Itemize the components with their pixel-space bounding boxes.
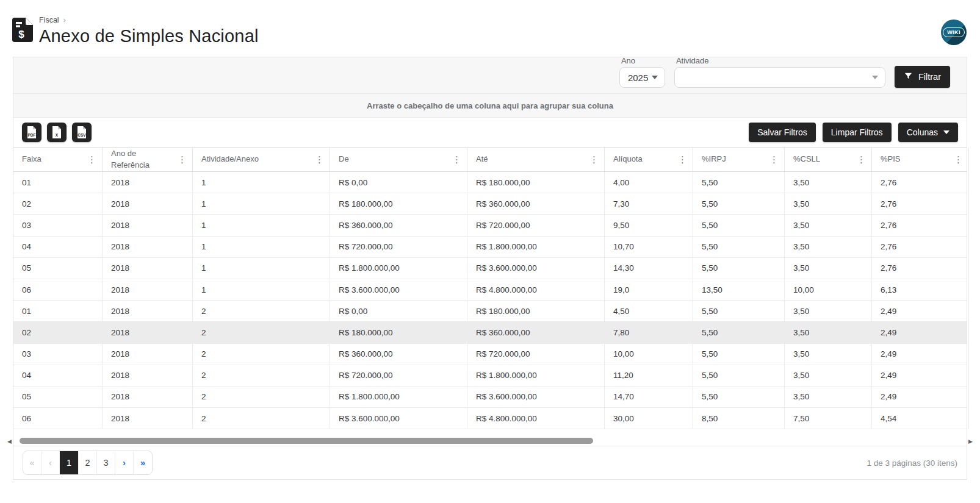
cell-al-quota: 14,30 [605, 258, 693, 279]
table-row[interactable]: 0420181R$ 720.000,00R$ 1.800.000,0010,70… [13, 237, 967, 258]
column-header-de[interactable]: De⋮ [330, 148, 467, 171]
cell-ano-de-refer-ncia: 2018 [103, 172, 193, 193]
column-menu-icon[interactable]: ⋮ [678, 153, 687, 166]
table-row[interactable]: 0120181R$ 0,00R$ 180.000,004,005,503,502… [13, 172, 967, 193]
limpar-filtros-button[interactable]: Limpar Filtros [823, 123, 892, 142]
cell-al-quota: 7,80 [605, 322, 693, 343]
cell-csll: 3,50 [785, 344, 872, 365]
salvar-filtros-button[interactable]: Salvar Filtros [749, 123, 816, 142]
column-header-faixa[interactable]: Faixa⋮ [13, 148, 103, 171]
chevron-down-icon [872, 76, 878, 79]
cell-atividade-anexo: 2 [193, 408, 330, 429]
cell-ano-de-refer-ncia: 2018 [103, 193, 193, 214]
scroll-left-arrow-icon[interactable]: ◀ [7, 439, 12, 444]
cell-pis: 2,49 [872, 301, 969, 321]
column-menu-icon[interactable]: ⋮ [857, 153, 866, 166]
table-row[interactable]: 0520181R$ 1.800.000,00R$ 3.600.000,0014,… [13, 258, 967, 279]
cell-at: R$ 720.000,00 [467, 215, 605, 235]
table-row[interactable]: 0620181R$ 3.600.000,00R$ 4.800.000,0019,… [13, 279, 967, 301]
cell-ano-de-refer-ncia: 2018 [103, 279, 193, 300]
column-header-at[interactable]: Até⋮ [467, 148, 605, 171]
column-label: Atividade/Anexo [201, 154, 259, 165]
cell-ano-de-refer-ncia: 2018 [103, 387, 193, 407]
cell-de: R$ 360.000,00 [330, 344, 467, 365]
column-group-drop-zone[interactable]: Arraste o cabeçalho de uma coluna aqui p… [13, 94, 967, 118]
cell-at: R$ 3.600.000,00 [467, 258, 605, 279]
scroll-right-arrow-icon[interactable]: ▶ [968, 439, 973, 444]
cell-atividade-anexo: 1 [193, 237, 330, 257]
cell-ano-de-refer-ncia: 2018 [103, 365, 193, 386]
page-3-button[interactable]: 3 [97, 451, 115, 474]
cell-de: R$ 180.000,00 [330, 193, 467, 214]
cell-faixa: 02 [13, 322, 103, 343]
cell-csll: 7,50 [785, 408, 872, 429]
cell-atividade-anexo: 2 [193, 301, 330, 321]
table-row[interactable]: 0320181R$ 360.000,00R$ 720.000,009,505,5… [13, 215, 967, 236]
colunas-button[interactable]: Colunas [898, 123, 958, 142]
atividade-select[interactable] [674, 67, 885, 88]
cell-al-quota: 19,0 [605, 279, 693, 300]
page-title: Anexo de Simples Nacional [39, 26, 259, 46]
column-label: Ano de Referência [111, 148, 175, 171]
first-page-button: « [23, 451, 41, 474]
horizontal-scrollbar[interactable]: ◀ ▶ [4, 429, 976, 446]
cell-faixa: 05 [13, 258, 103, 279]
column-menu-icon[interactable]: ⋮ [178, 153, 187, 166]
column-header-irpj[interactable]: %IRPJ⋮ [693, 148, 785, 171]
table-row[interactable]: 0220181R$ 180.000,00R$ 360.000,007,305,5… [13, 193, 967, 215]
table-row[interactable]: 0320182R$ 360.000,00R$ 720.000,0010,005,… [13, 344, 967, 365]
column-header-csll[interactable]: %CSLL⋮ [785, 148, 872, 171]
table-row[interactable]: 0420182R$ 720.000,00R$ 1.800.000,0011,20… [13, 365, 967, 387]
page-2-button[interactable]: 2 [79, 451, 97, 474]
table-row[interactable]: 0220182R$ 180.000,00R$ 360.000,007,805,5… [13, 322, 967, 343]
cell-faixa: 06 [13, 279, 103, 300]
cell-faixa: 01 [13, 172, 103, 193]
table-row[interactable]: 0520182R$ 1.800.000,00R$ 3.600.000,0014,… [13, 387, 967, 408]
cell-atividade-anexo: 1 [193, 258, 330, 279]
column-menu-icon[interactable]: ⋮ [87, 153, 96, 166]
cell-irpj: 5,50 [693, 387, 785, 407]
breadcrumb-fiscal-link[interactable]: Fiscal [39, 16, 59, 24]
cell-atividade-anexo: 1 [193, 279, 330, 300]
cell-al-quota: 4,00 [605, 172, 693, 193]
export-xls-button[interactable]: X [47, 123, 67, 142]
cell-atividade-anexo: 2 [193, 365, 330, 386]
cell-faixa: 01 [13, 301, 103, 321]
column-label: %IRPJ [702, 154, 726, 165]
column-header-ano-de-refer-ncia[interactable]: Ano de Referência⋮ [103, 148, 193, 171]
filtrar-button[interactable]: Filtrar [895, 66, 950, 88]
cell-de: R$ 3.600.000,00 [330, 279, 467, 300]
svg-text:$: $ [18, 29, 24, 40]
column-menu-icon[interactable]: ⋮ [452, 153, 461, 166]
cell-ano-de-refer-ncia: 2018 [103, 322, 193, 343]
export-pdf-button[interactable]: PDF [22, 123, 41, 142]
cell-pis: 2,76 [872, 193, 969, 214]
scrollbar-thumb[interactable] [20, 438, 593, 444]
svg-text:X: X [56, 133, 59, 137]
cell-at: R$ 360.000,00 [467, 322, 605, 343]
cell-csll: 3,50 [785, 258, 872, 279]
ano-select[interactable]: 2025 [619, 67, 665, 88]
column-menu-icon[interactable]: ⋮ [315, 153, 324, 166]
column-header-al-quota[interactable]: Alíquota⋮ [605, 148, 693, 171]
cell-csll: 3,50 [785, 172, 872, 193]
table-row[interactable]: 0120182R$ 0,00R$ 180.000,004,505,503,502… [13, 301, 967, 322]
last-page-button[interactable]: » [134, 451, 152, 474]
page-1-button[interactable]: 1 [60, 451, 79, 474]
cell-ano-de-refer-ncia: 2018 [103, 301, 193, 321]
column-menu-icon[interactable]: ⋮ [954, 153, 963, 166]
column-menu-icon[interactable]: ⋮ [589, 153, 599, 166]
column-header-pis[interactable]: %PIS⋮ [872, 148, 969, 171]
wiki-button[interactable]: WIKI [941, 20, 967, 45]
column-menu-icon[interactable]: ⋮ [769, 153, 779, 166]
table-row[interactable]: 0620182R$ 3.600.000,00R$ 4.800.000,0030,… [13, 408, 967, 429]
next-page-button[interactable]: › [115, 451, 134, 474]
export-csv-button[interactable]: CSV [72, 123, 92, 142]
cell-ano-de-refer-ncia: 2018 [103, 344, 193, 365]
cell-irpj: 5,50 [693, 193, 785, 214]
column-header-atividade-anexo[interactable]: Atividade/Anexo⋮ [193, 148, 330, 171]
cell-ano-de-refer-ncia: 2018 [103, 258, 193, 279]
column-label: Até [476, 154, 488, 165]
column-label: %CSLL [793, 154, 820, 165]
export-csv-file-icon: CSV [77, 126, 87, 138]
